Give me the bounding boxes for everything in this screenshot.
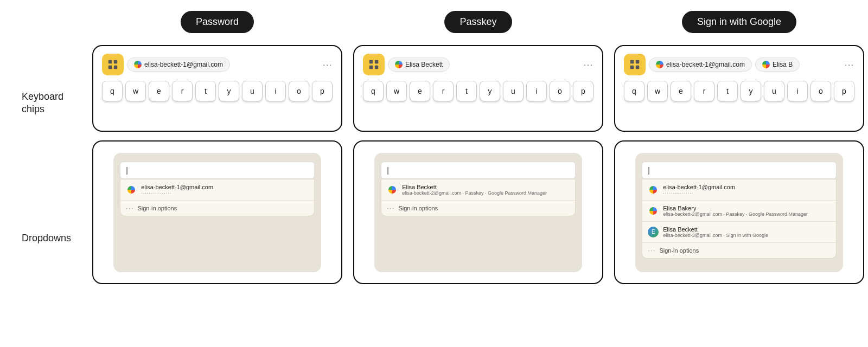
key-y-g[interactable]: y — [741, 81, 761, 101]
google-item-name-2: Elisa Bakery — [663, 205, 808, 211]
google-icon-btn-google[interactable] — [624, 54, 646, 75]
google-credential-chip-2[interactable]: Elisa B — [755, 57, 800, 72]
password-item-icon — [126, 184, 137, 195]
google-item-text-1: elisa-beckett-1@gmail.com ··············… — [663, 184, 735, 196]
key-o-g[interactable]: o — [810, 81, 831, 101]
key-o-p[interactable]: o — [550, 81, 570, 101]
chip-email-password: elisa-beckett-1@gmail.com — [144, 61, 223, 68]
g-dot-dd-g1 — [649, 186, 657, 194]
google-dropdown-item-2[interactable]: Elisa Bakery elisa-beckett-2@gmail.com ·… — [642, 201, 836, 222]
key-i-p[interactable]: i — [526, 81, 547, 101]
key-r-p[interactable]: r — [433, 81, 454, 101]
passkey-dropdown-menu: Elisa Beckett elisa-beckett-2@gmail.com … — [381, 179, 576, 216]
sign-in-options-label-g: Sign-in options — [659, 247, 699, 254]
passkey-dropdown-card: | Elisa Beckett elisa-beckett-2@gmail.co… — [353, 140, 603, 284]
password-sign-in-options[interactable]: ··· Sign-in options — [120, 201, 314, 216]
more-dots-google[interactable]: ··· — [845, 60, 854, 69]
password-credential-chip[interactable]: elisa-beckett-1@gmail.com — [127, 57, 230, 72]
google-text-input[interactable]: | — [642, 162, 837, 179]
passkey-title: Passkey — [444, 11, 512, 33]
key-p-g[interactable]: p — [834, 81, 854, 101]
more-dots-passkey[interactable]: ··· — [584, 60, 593, 69]
key-e-g[interactable]: e — [671, 81, 691, 101]
svg-rect-1 — [114, 60, 117, 63]
google-credential-chip-1[interactable]: elisa-beckett-1@gmail.com — [649, 57, 752, 72]
google-sign-in-options[interactable]: ··· Sign-in options — [642, 243, 836, 258]
g-dot-icon-google-2 — [762, 61, 770, 68]
chip-name-passkey: Elisa Beckett — [405, 61, 443, 68]
google-dropdown-bg: | elisa-beckett-1@gmail.com ············… — [635, 153, 843, 272]
svg-rect-3 — [114, 66, 117, 69]
key-q[interactable]: q — [102, 81, 123, 101]
key-w[interactable]: w — [125, 81, 146, 101]
password-column: Password elisa-beckett-1@gmail.co — [92, 11, 342, 314]
key-q-p[interactable]: q — [363, 81, 384, 101]
g-dot-icon-google-1 — [656, 61, 663, 68]
password-text-input[interactable]: | — [120, 162, 315, 179]
password-title: Password — [181, 11, 254, 33]
key-r[interactable]: r — [172, 81, 193, 101]
key-w-g[interactable]: w — [647, 81, 668, 101]
passkey-item-text: Elisa Beckett elisa-beckett-2@gmail.com … — [402, 184, 547, 196]
password-item-text: elisa-beckett-1@gmail.com ··············… — [141, 184, 213, 196]
password-item-name: elisa-beckett-1@gmail.com — [141, 184, 213, 190]
google-dropdown-item-3[interactable]: E Elisa Beckett elisa-beckett-3@gmail.co… — [642, 222, 836, 243]
google-dropdown-card: | elisa-beckett-1@gmail.com ············… — [614, 140, 864, 284]
google-dropdown-menu: elisa-beckett-1@gmail.com ··············… — [642, 179, 837, 259]
google-item-icon-2 — [648, 205, 659, 216]
key-o[interactable]: o — [289, 81, 309, 101]
password-item-sub: ················ — [141, 190, 213, 196]
key-p[interactable]: p — [312, 81, 333, 101]
svg-rect-9 — [636, 60, 639, 63]
main-layout: Keyboardchips Dropdowns Password — [22, 11, 846, 314]
key-i-g[interactable]: i — [787, 81, 808, 101]
more-dots-password[interactable]: ··· — [323, 60, 333, 69]
google-chip-row: elisa-beckett-1@gmail.com Elisa B ··· — [624, 54, 854, 75]
passkey-item-detail: elisa-beckett-2@gmail.com · Passkey · Go… — [402, 190, 547, 196]
password-dropdown-card: | elisa-beckett-1@gmail.com ············… — [92, 140, 342, 284]
google-icon-btn-password[interactable] — [102, 54, 124, 75]
passkey-item-name: Elisa Beckett — [402, 184, 547, 190]
google-item-name-3: Elisa Beckett — [663, 226, 768, 233]
svg-rect-10 — [630, 66, 634, 69]
google-icon-btn-passkey[interactable] — [363, 54, 385, 75]
key-t-p[interactable]: t — [456, 81, 477, 101]
google-dropdown-item-1[interactable]: elisa-beckett-1@gmail.com ··············… — [642, 179, 836, 201]
g-dot-icon-passkey-dd — [388, 186, 396, 194]
key-t[interactable]: t — [195, 81, 216, 101]
google-keyboard-card: elisa-beckett-1@gmail.com Elisa B ··· q … — [614, 45, 864, 132]
passkey-dropdown-bg: | Elisa Beckett elisa-beckett-2@gmail.co… — [374, 153, 582, 272]
svg-rect-0 — [108, 60, 112, 63]
svg-rect-11 — [636, 66, 639, 69]
passkey-text-input[interactable]: | — [381, 162, 576, 179]
key-t-g[interactable]: t — [717, 81, 738, 101]
passkey-column: Passkey Elisa Beckett — [353, 11, 603, 314]
key-w-p[interactable]: w — [386, 81, 407, 101]
passkey-chip-row: Elisa Beckett ··· — [363, 54, 593, 75]
key-i[interactable]: i — [265, 81, 286, 101]
passkey-credential-chip[interactable]: Elisa Beckett — [388, 57, 450, 72]
key-q-g[interactable]: q — [624, 81, 644, 101]
chip-name-google: Elisa B — [773, 61, 793, 68]
key-e[interactable]: e — [149, 81, 169, 101]
password-dropdown-bg: | elisa-beckett-1@gmail.com ············… — [113, 153, 321, 272]
key-e-p[interactable]: e — [410, 81, 430, 101]
svg-rect-5 — [375, 60, 378, 63]
chip-email-google: elisa-beckett-1@gmail.com — [666, 61, 745, 68]
google-item-text-2: Elisa Bakery elisa-beckett-2@gmail.com ·… — [663, 205, 808, 217]
passkey-dropdown-item[interactable]: Elisa Beckett elisa-beckett-2@gmail.com … — [381, 179, 575, 201]
key-u[interactable]: u — [242, 81, 263, 101]
key-p-p[interactable]: p — [573, 81, 593, 101]
google-title: Sign in with Google — [682, 11, 796, 33]
passkey-sign-in-options[interactable]: ··· Sign-in options — [381, 201, 575, 216]
key-y-p[interactable]: y — [480, 81, 500, 101]
password-dropdown-item[interactable]: elisa-beckett-1@gmail.com ··············… — [120, 179, 314, 201]
key-r-g[interactable]: r — [694, 81, 714, 101]
key-u-g[interactable]: u — [764, 81, 784, 101]
columns-area: Password elisa-beckett-1@gmail.co — [92, 11, 864, 314]
key-y[interactable]: y — [219, 81, 239, 101]
google-column: Sign in with Google elisa-beckett — [614, 11, 864, 314]
sign-in-options-dots-g: ··· — [648, 247, 656, 254]
password-dropdown-menu: elisa-beckett-1@gmail.com ··············… — [120, 179, 315, 216]
key-u-p[interactable]: u — [503, 81, 524, 101]
